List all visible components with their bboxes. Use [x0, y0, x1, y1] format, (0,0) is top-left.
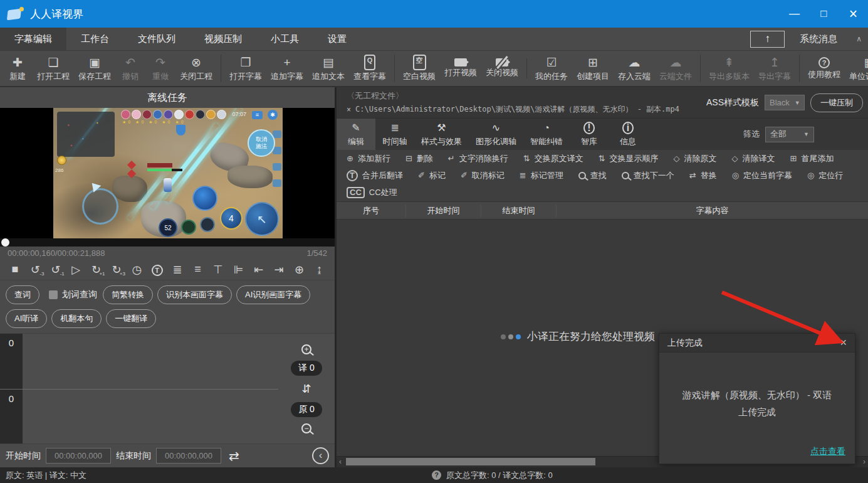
- lookup-word-button[interactable]: 查词: [6, 285, 39, 304]
- scroll-left-icon[interactable]: ‹: [339, 457, 342, 466]
- remove-file-icon[interactable]: ×: [347, 105, 351, 114]
- stop-button[interactable]: ■: [8, 263, 23, 276]
- clear-source-button[interactable]: ◇ 清除原文: [674, 153, 717, 164]
- mark-button[interactable]: ✐ 标记: [418, 170, 446, 181]
- snap-start-button[interactable]: ⇤: [251, 263, 266, 277]
- column-header-index[interactable]: 序号: [337, 205, 405, 216]
- chevron-up-icon[interactable]: ∧: [856, 34, 862, 43]
- scrollbar-thumb[interactable]: [346, 458, 595, 465]
- video-player[interactable]: ★0 ★0 ★0 ★0 ★0 07:07 ≡ ✱ 取消施法 286 ↖: [0, 108, 335, 238]
- add-new-line-button[interactable]: ⊕ 添加新行: [347, 153, 390, 164]
- timestamp-button[interactable]: T: [150, 263, 165, 276]
- column-header-start-time[interactable]: 开始时间: [405, 205, 481, 216]
- ocr-current-frame-button[interactable]: 识别本画面字幕: [157, 285, 232, 304]
- zoom-in-icon[interactable]: [301, 344, 311, 354]
- jump-back-3s-button[interactable]: ↺ -3: [28, 263, 43, 277]
- menu-tab-file-queue[interactable]: 文件队列: [123, 28, 190, 50]
- ai-ocr-frame-button[interactable]: AI识别画面字幕: [236, 285, 310, 304]
- word-lookup-checkbox[interactable]: [49, 290, 58, 299]
- locate-button[interactable]: ⊕: [291, 263, 306, 277]
- collapse-panel-button[interactable]: ‹: [312, 447, 329, 464]
- new-project-button[interactable]: ✚ 新建: [3, 55, 33, 82]
- start-time-input[interactable]: 00:00:00,000: [46, 448, 111, 464]
- scroll-right-icon[interactable]: ›: [863, 457, 865, 466]
- tab-knowledge-base[interactable]: ! 智库: [570, 119, 609, 150]
- blank-video-button[interactable]: 空 空白视频: [399, 55, 440, 82]
- add-head-tail-button[interactable]: ⊞ 首尾添加: [790, 153, 834, 164]
- one-click-translate-button[interactable]: 一键翻译: [106, 309, 156, 328]
- tab-info[interactable]: i 信息: [609, 119, 647, 150]
- menu-tab-workbench[interactable]: 工作台: [66, 28, 123, 50]
- column-header-end-time[interactable]: 结束时间: [481, 205, 556, 216]
- append-subtitle-button[interactable]: + 追加字幕: [266, 55, 308, 82]
- zoom-out-icon[interactable]: [301, 423, 311, 433]
- end-time-input[interactable]: 00:00:00,000: [156, 448, 221, 464]
- cc-process-button[interactable]: CC CC处理: [347, 187, 397, 198]
- save-to-cloud-button[interactable]: ☁ 存入云端: [614, 55, 655, 82]
- menu-tab-subtitle-edit[interactable]: 字幕编辑: [0, 28, 66, 50]
- open-project-button[interactable]: ❏ 打开工程: [33, 55, 74, 82]
- maximize-button[interactable]: □: [809, 0, 839, 28]
- remove-linebreak-button[interactable]: ↵ 文字消除换行: [448, 153, 508, 164]
- tab-style-effects[interactable]: ⚒ 样式与效果: [414, 119, 469, 150]
- close-project-button[interactable]: ⊗ 关闭工程: [175, 55, 221, 82]
- align-left-button[interactable]: ⊫: [231, 263, 246, 277]
- help-icon[interactable]: ?: [432, 470, 441, 480]
- swap-arrows-icon[interactable]: ⇵: [301, 382, 311, 396]
- vertical-snap-button[interactable]: ↨: [312, 263, 327, 276]
- view-subtitle-button[interactable]: Q 查看字幕: [349, 55, 395, 82]
- close-video-button[interactable]: 关闭视频: [481, 58, 527, 78]
- tutorial-button[interactable]: ? 使用教程: [803, 57, 845, 80]
- column-header-subtitle-content[interactable]: 字幕内容: [556, 205, 868, 216]
- export-subtitle-button[interactable]: ↥ 导出字幕: [754, 55, 800, 82]
- find-button[interactable]: 查找: [578, 170, 607, 181]
- open-subtitle-button[interactable]: ❐ 打开字幕: [225, 55, 266, 82]
- jump-forward-3s-button[interactable]: ↻ +3: [109, 263, 124, 277]
- align-top-button[interactable]: ⊤: [211, 263, 226, 277]
- simplified-traditional-button[interactable]: 简繁转换: [103, 285, 153, 304]
- unmark-button[interactable]: ✐ 取消标记: [461, 170, 505, 181]
- click-to-view-link[interactable]: 点击查看: [810, 446, 845, 457]
- menu-tab-tools[interactable]: 小工具: [256, 28, 313, 50]
- delete-line-button[interactable]: ⊟ 删除: [405, 153, 433, 164]
- open-video-button[interactable]: 打开视频: [440, 58, 481, 78]
- find-next-button[interactable]: 查找下一个: [622, 170, 674, 181]
- swap-display-order-button[interactable]: ⇅ 交换显示顺序: [599, 153, 659, 164]
- jump-back-1s-button[interactable]: ↺ -1: [48, 263, 63, 277]
- unit-calculator-button[interactable]: ▦ 单位计算器: [845, 55, 868, 82]
- swap-source-translation-button[interactable]: ⇅ 交换原文译文: [523, 153, 583, 164]
- cloud-files-button[interactable]: ☁ 云端文件: [655, 55, 701, 82]
- mark-manager-button[interactable]: ≣ 标记管理: [520, 170, 563, 181]
- close-button[interactable]: ×: [839, 0, 868, 28]
- undo-button[interactable]: ↶ 撤销: [115, 55, 145, 82]
- ai-transcribe-button[interactable]: AI听译: [6, 309, 47, 328]
- ass-template-dropdown[interactable]: Black ▼: [765, 95, 805, 110]
- jump-forward-1s-button[interactable]: ↻ +1: [89, 263, 104, 277]
- tab-edit[interactable]: ✎ 编辑: [337, 119, 375, 150]
- tab-smart-correction[interactable]: ◔ 智能纠错: [523, 119, 570, 150]
- export-multi-version-button[interactable]: ⇞ 导出多版本: [704, 55, 754, 82]
- locate-line-button[interactable]: ◎ 定位行: [807, 170, 843, 181]
- snap-end-button[interactable]: ⇥: [271, 263, 286, 277]
- save-project-button[interactable]: ▣ 保存工程: [74, 55, 115, 82]
- timeline-settings-button[interactable]: ≣: [170, 263, 185, 277]
- minimize-button[interactable]: —: [780, 0, 809, 28]
- upload-arrow-button[interactable]: ↑: [750, 31, 785, 48]
- menu-tab-video-encode[interactable]: 视频压制: [190, 28, 256, 50]
- menu-tab-settings[interactable]: 设置: [313, 28, 361, 50]
- my-tasks-button[interactable]: ☑ 我的任务: [531, 55, 572, 82]
- play-button[interactable]: ▷: [68, 263, 83, 277]
- filter-dropdown[interactable]: 全部 ▼: [765, 127, 814, 142]
- machine-translate-sentence-button[interactable]: 机翻本句: [51, 309, 102, 328]
- merge-translate-button[interactable]: T 合并后翻译: [347, 170, 403, 181]
- one-click-compress-button[interactable]: 一键压制: [810, 93, 863, 112]
- tab-graphical-timing[interactable]: ∿ 图形化调轴: [469, 119, 523, 150]
- locate-current-subtitle-button[interactable]: ◎ 定位当前字幕: [732, 170, 792, 181]
- align-center-button[interactable]: ≡: [191, 263, 206, 276]
- replace-button[interactable]: ⇄ 替换: [689, 170, 717, 181]
- system-message-label[interactable]: 系统消息: [800, 33, 837, 45]
- create-project-button[interactable]: ⊞ 创建项目: [572, 55, 614, 82]
- redo-button[interactable]: ↷ 重做: [145, 55, 175, 82]
- loop-icon[interactable]: ⇄: [229, 449, 239, 464]
- clock-button[interactable]: ◷: [129, 263, 144, 277]
